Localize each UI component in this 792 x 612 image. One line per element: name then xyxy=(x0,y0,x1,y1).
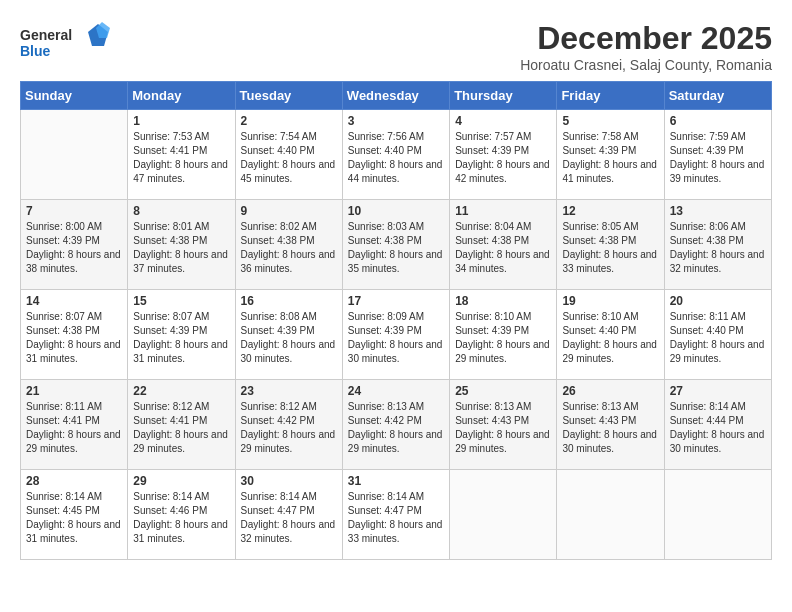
day-info: Sunrise: 8:03 AMSunset: 4:38 PMDaylight:… xyxy=(348,220,444,276)
calendar-header-row: Sunday Monday Tuesday Wednesday Thursday… xyxy=(21,82,772,110)
day-number: 12 xyxy=(562,204,658,218)
calendar-cell: 29Sunrise: 8:14 AMSunset: 4:46 PMDayligh… xyxy=(128,470,235,560)
day-info: Sunrise: 8:01 AMSunset: 4:38 PMDaylight:… xyxy=(133,220,229,276)
day-info: Sunrise: 8:10 AMSunset: 4:39 PMDaylight:… xyxy=(455,310,551,366)
day-number: 27 xyxy=(670,384,766,398)
day-number: 17 xyxy=(348,294,444,308)
day-number: 3 xyxy=(348,114,444,128)
calendar-cell: 15Sunrise: 8:07 AMSunset: 4:39 PMDayligh… xyxy=(128,290,235,380)
day-info: Sunrise: 8:12 AMSunset: 4:42 PMDaylight:… xyxy=(241,400,337,456)
day-number: 22 xyxy=(133,384,229,398)
day-info: Sunrise: 8:14 AMSunset: 4:47 PMDaylight:… xyxy=(241,490,337,546)
day-number: 11 xyxy=(455,204,551,218)
calendar-cell: 16Sunrise: 8:08 AMSunset: 4:39 PMDayligh… xyxy=(235,290,342,380)
calendar-cell: 8Sunrise: 8:01 AMSunset: 4:38 PMDaylight… xyxy=(128,200,235,290)
calendar-cell: 2Sunrise: 7:54 AMSunset: 4:40 PMDaylight… xyxy=(235,110,342,200)
svg-text:General: General xyxy=(20,27,72,43)
calendar-cell: 19Sunrise: 8:10 AMSunset: 4:40 PMDayligh… xyxy=(557,290,664,380)
day-number: 25 xyxy=(455,384,551,398)
day-info: Sunrise: 8:09 AMSunset: 4:39 PMDaylight:… xyxy=(348,310,444,366)
day-info: Sunrise: 7:53 AMSunset: 4:41 PMDaylight:… xyxy=(133,130,229,186)
calendar-cell: 13Sunrise: 8:06 AMSunset: 4:38 PMDayligh… xyxy=(664,200,771,290)
day-info: Sunrise: 8:05 AMSunset: 4:38 PMDaylight:… xyxy=(562,220,658,276)
calendar-cell: 18Sunrise: 8:10 AMSunset: 4:39 PMDayligh… xyxy=(450,290,557,380)
day-info: Sunrise: 8:08 AMSunset: 4:39 PMDaylight:… xyxy=(241,310,337,366)
day-info: Sunrise: 8:02 AMSunset: 4:38 PMDaylight:… xyxy=(241,220,337,276)
calendar-cell: 25Sunrise: 8:13 AMSunset: 4:43 PMDayligh… xyxy=(450,380,557,470)
col-friday: Friday xyxy=(557,82,664,110)
title-section: December 2025 Horoatu Crasnei, Salaj Cou… xyxy=(520,20,772,73)
day-info: Sunrise: 7:59 AMSunset: 4:39 PMDaylight:… xyxy=(670,130,766,186)
calendar-cell: 6Sunrise: 7:59 AMSunset: 4:39 PMDaylight… xyxy=(664,110,771,200)
day-info: Sunrise: 8:11 AMSunset: 4:40 PMDaylight:… xyxy=(670,310,766,366)
calendar-cell: 4Sunrise: 7:57 AMSunset: 4:39 PMDaylight… xyxy=(450,110,557,200)
day-number: 6 xyxy=(670,114,766,128)
day-number: 13 xyxy=(670,204,766,218)
day-number: 1 xyxy=(133,114,229,128)
calendar-cell: 27Sunrise: 8:14 AMSunset: 4:44 PMDayligh… xyxy=(664,380,771,470)
day-number: 18 xyxy=(455,294,551,308)
day-info: Sunrise: 8:13 AMSunset: 4:42 PMDaylight:… xyxy=(348,400,444,456)
day-info: Sunrise: 8:14 AMSunset: 4:44 PMDaylight:… xyxy=(670,400,766,456)
calendar-week-row: 21Sunrise: 8:11 AMSunset: 4:41 PMDayligh… xyxy=(21,380,772,470)
col-thursday: Thursday xyxy=(450,82,557,110)
day-info: Sunrise: 8:13 AMSunset: 4:43 PMDaylight:… xyxy=(562,400,658,456)
day-number: 5 xyxy=(562,114,658,128)
day-info: Sunrise: 8:00 AMSunset: 4:39 PMDaylight:… xyxy=(26,220,122,276)
calendar-cell: 21Sunrise: 8:11 AMSunset: 4:41 PMDayligh… xyxy=(21,380,128,470)
svg-text:Blue: Blue xyxy=(20,43,51,59)
day-number: 20 xyxy=(670,294,766,308)
calendar-cell: 30Sunrise: 8:14 AMSunset: 4:47 PMDayligh… xyxy=(235,470,342,560)
day-info: Sunrise: 7:57 AMSunset: 4:39 PMDaylight:… xyxy=(455,130,551,186)
day-number: 30 xyxy=(241,474,337,488)
calendar-table: Sunday Monday Tuesday Wednesday Thursday… xyxy=(20,81,772,560)
calendar-cell: 17Sunrise: 8:09 AMSunset: 4:39 PMDayligh… xyxy=(342,290,449,380)
day-info: Sunrise: 8:06 AMSunset: 4:38 PMDaylight:… xyxy=(670,220,766,276)
calendar-cell xyxy=(450,470,557,560)
calendar-cell: 26Sunrise: 8:13 AMSunset: 4:43 PMDayligh… xyxy=(557,380,664,470)
calendar-cell: 12Sunrise: 8:05 AMSunset: 4:38 PMDayligh… xyxy=(557,200,664,290)
day-number: 19 xyxy=(562,294,658,308)
col-saturday: Saturday xyxy=(664,82,771,110)
calendar-cell: 3Sunrise: 7:56 AMSunset: 4:40 PMDaylight… xyxy=(342,110,449,200)
day-number: 15 xyxy=(133,294,229,308)
logo: General Blue xyxy=(20,20,110,70)
day-info: Sunrise: 8:10 AMSunset: 4:40 PMDaylight:… xyxy=(562,310,658,366)
day-number: 16 xyxy=(241,294,337,308)
day-number: 26 xyxy=(562,384,658,398)
day-number: 7 xyxy=(26,204,122,218)
calendar-cell: 14Sunrise: 8:07 AMSunset: 4:38 PMDayligh… xyxy=(21,290,128,380)
page-header: General Blue December 2025 Horoatu Crasn… xyxy=(20,20,772,73)
day-info: Sunrise: 8:07 AMSunset: 4:39 PMDaylight:… xyxy=(133,310,229,366)
day-info: Sunrise: 8:14 AMSunset: 4:45 PMDaylight:… xyxy=(26,490,122,546)
col-tuesday: Tuesday xyxy=(235,82,342,110)
day-number: 14 xyxy=(26,294,122,308)
calendar-cell: 24Sunrise: 8:13 AMSunset: 4:42 PMDayligh… xyxy=(342,380,449,470)
calendar-week-row: 14Sunrise: 8:07 AMSunset: 4:38 PMDayligh… xyxy=(21,290,772,380)
calendar-cell: 20Sunrise: 8:11 AMSunset: 4:40 PMDayligh… xyxy=(664,290,771,380)
col-sunday: Sunday xyxy=(21,82,128,110)
day-info: Sunrise: 8:07 AMSunset: 4:38 PMDaylight:… xyxy=(26,310,122,366)
day-info: Sunrise: 8:14 AMSunset: 4:47 PMDaylight:… xyxy=(348,490,444,546)
calendar-cell: 28Sunrise: 8:14 AMSunset: 4:45 PMDayligh… xyxy=(21,470,128,560)
calendar-cell xyxy=(21,110,128,200)
calendar-title: December 2025 xyxy=(520,20,772,57)
day-info: Sunrise: 8:11 AMSunset: 4:41 PMDaylight:… xyxy=(26,400,122,456)
day-info: Sunrise: 8:13 AMSunset: 4:43 PMDaylight:… xyxy=(455,400,551,456)
calendar-cell: 7Sunrise: 8:00 AMSunset: 4:39 PMDaylight… xyxy=(21,200,128,290)
calendar-week-row: 1Sunrise: 7:53 AMSunset: 4:41 PMDaylight… xyxy=(21,110,772,200)
calendar-cell: 5Sunrise: 7:58 AMSunset: 4:39 PMDaylight… xyxy=(557,110,664,200)
logo-svg: General Blue xyxy=(20,20,110,70)
day-info: Sunrise: 7:54 AMSunset: 4:40 PMDaylight:… xyxy=(241,130,337,186)
day-number: 31 xyxy=(348,474,444,488)
calendar-cell: 10Sunrise: 8:03 AMSunset: 4:38 PMDayligh… xyxy=(342,200,449,290)
day-number: 10 xyxy=(348,204,444,218)
calendar-cell: 1Sunrise: 7:53 AMSunset: 4:41 PMDaylight… xyxy=(128,110,235,200)
calendar-cell: 9Sunrise: 8:02 AMSunset: 4:38 PMDaylight… xyxy=(235,200,342,290)
day-number: 9 xyxy=(241,204,337,218)
day-info: Sunrise: 8:04 AMSunset: 4:38 PMDaylight:… xyxy=(455,220,551,276)
calendar-cell: 22Sunrise: 8:12 AMSunset: 4:41 PMDayligh… xyxy=(128,380,235,470)
day-number: 8 xyxy=(133,204,229,218)
calendar-cell: 11Sunrise: 8:04 AMSunset: 4:38 PMDayligh… xyxy=(450,200,557,290)
day-number: 2 xyxy=(241,114,337,128)
